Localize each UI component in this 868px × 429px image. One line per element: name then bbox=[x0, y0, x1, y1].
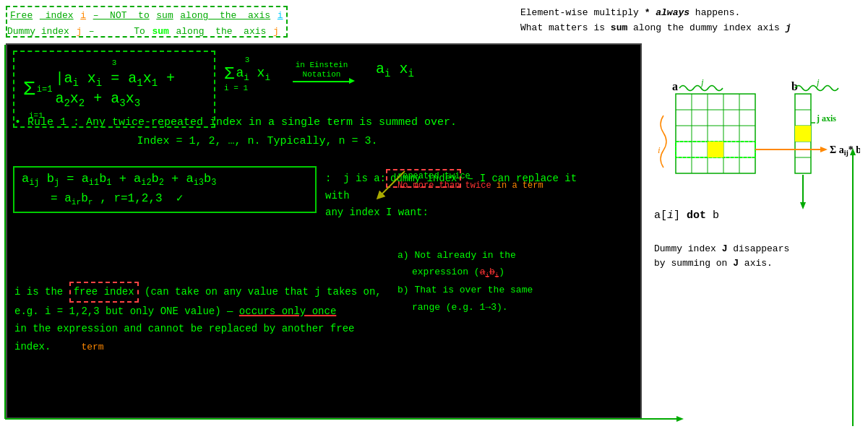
grid-area: a b j j i bbox=[650, 43, 864, 426]
svg-text:Σ aij* bj: Σ aij* bj bbox=[830, 144, 860, 157]
rule1-text: • Rule 1 : Any twice-repeated index in a… bbox=[14, 113, 457, 150]
svg-marker-26 bbox=[820, 147, 828, 152]
einstein-equation-box: aij bj = ai1b1 + ai2b2 + ai3b3 = airbr ,… bbox=[13, 166, 317, 213]
arrow-svg bbox=[365, 168, 408, 204]
svg-rect-15 bbox=[708, 142, 723, 157]
repeated-twice-label: repeated twice bbox=[398, 171, 470, 181]
middle-formula: 3 Σ ai xi i = 1 bbox=[224, 56, 270, 92]
dummy-index-line: Dummy index j – To sum along the axis j bbox=[7, 25, 279, 38]
lower-text: i is the free index (can take on any val… bbox=[14, 282, 390, 355]
svg-text:j: j bbox=[815, 77, 820, 87]
svg-text:a: a bbox=[672, 80, 678, 92]
right-header-line1-part1: Element-wise multiply bbox=[520, 7, 645, 18]
svg-marker-29 bbox=[800, 202, 806, 209]
bb-content: 3 Σ i=1 |ai xi = a1x1 + a2x2 + a3x3 i=1 … bbox=[7, 45, 640, 417]
no-more-label: No more than twice in a term bbox=[398, 181, 543, 191]
adotb-label: a[i] dot b bbox=[654, 209, 719, 222]
right-header: Element-wise multiply * always happens. … bbox=[520, 6, 791, 36]
svg-rect-5 bbox=[676, 94, 755, 173]
right-header-line2-part1: What matters is bbox=[520, 22, 611, 33]
svg-text:j: j bbox=[700, 77, 704, 87]
right-header-happens: happens. bbox=[689, 7, 740, 18]
right-formula: ai xi bbox=[376, 61, 414, 79]
svg-rect-22 bbox=[795, 126, 811, 142]
bb-notes-ab: a) Not already in the expression (aibi) … bbox=[398, 247, 533, 316]
svg-line-0 bbox=[379, 171, 405, 196]
right-header-line2-rest: along the dummy index axis j bbox=[627, 22, 791, 33]
right-header-sum: sum bbox=[611, 22, 627, 33]
svg-text:j axis: j axis bbox=[816, 113, 836, 124]
einstein-arrow-area: in EinsteinNotation bbox=[293, 61, 351, 82]
blackboard: 3 Σ i=1 |ai xi = a1x1 + a2x2 + a3x3 i=1 … bbox=[6, 43, 642, 419]
dummy-disappears-text: Dummy index J disappearsby summing on J … bbox=[654, 242, 791, 270]
free-index-line: Free index i – NOT to sum along the axis… bbox=[10, 9, 283, 22]
right-header-always: always bbox=[650, 7, 689, 18]
svg-text:i: i bbox=[658, 144, 661, 155]
